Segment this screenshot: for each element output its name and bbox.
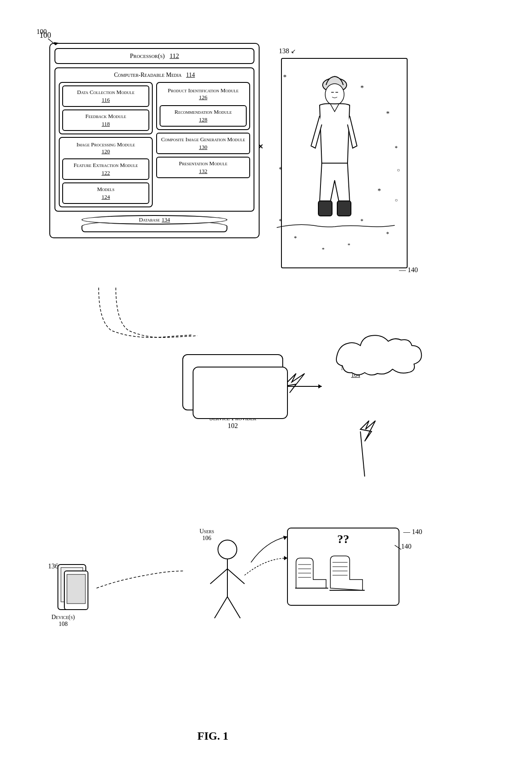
models-module: Models 124 bbox=[62, 182, 149, 204]
database-shape: Database 134 bbox=[82, 215, 227, 233]
svg-line-8 bbox=[210, 569, 227, 584]
system-box: Processor(s) 112 Computer-Readable Media… bbox=[49, 43, 260, 238]
svg-marker-25 bbox=[283, 536, 287, 540]
svg-line-5 bbox=[360, 431, 365, 477]
database-label: Database bbox=[139, 216, 160, 223]
svg-marker-12 bbox=[284, 556, 287, 560]
fig-label: FIG. 1 bbox=[197, 730, 228, 743]
left-group-1: Data Collection Module 116 Feedback Modu… bbox=[59, 82, 153, 134]
crm-title: Computer-Readable Media 114 bbox=[59, 72, 250, 79]
ref-138-label: 138 ↙ bbox=[279, 47, 296, 55]
svg-line-9 bbox=[227, 569, 245, 584]
ref-100-label: 100 bbox=[36, 28, 47, 36]
feature-extraction-module: Feature Extraction Module 122 bbox=[62, 158, 149, 180]
service-provider-label: Service Provider 102 bbox=[182, 414, 283, 430]
image-panel bbox=[281, 58, 408, 268]
composite-image-ref: 130 bbox=[199, 144, 208, 150]
data-collection-module: Data Collection Module 116 bbox=[62, 85, 149, 107]
svg-line-23 bbox=[395, 545, 401, 549]
content-server-label: Content Server(s) 110 bbox=[187, 392, 278, 405]
presentation-module: Presentation Module 132 bbox=[156, 157, 250, 178]
svg-marker-4 bbox=[318, 384, 322, 389]
image-processing-ref: 120 bbox=[102, 148, 110, 155]
crm-ref: 114 bbox=[186, 72, 195, 78]
svg-line-11 bbox=[227, 597, 240, 618]
composite-image-label: Composite Image Generation Module bbox=[160, 136, 247, 143]
database-area: Database 134 bbox=[54, 215, 254, 233]
recommendation-module: Recommendation Module 128 bbox=[160, 105, 247, 127]
svg-rect-13 bbox=[287, 528, 399, 605]
data-collection-label: Data Collection Module bbox=[66, 89, 146, 96]
feedback-label: Feedback Module bbox=[66, 113, 146, 120]
left-group-2: Image Processing Module 120 Feature Extr… bbox=[59, 137, 153, 207]
product-id-label: Product Identification Module bbox=[161, 87, 245, 94]
service-provider-box: Content Server(s) 110 bbox=[182, 354, 283, 410]
models-label: Models bbox=[66, 186, 146, 193]
users-label: Users 106 bbox=[200, 528, 214, 542]
composite-image-module: Composite Image Generation Module 130 bbox=[156, 133, 250, 154]
crm-box: Computer-Readable Media 114 Data Collect… bbox=[54, 67, 254, 212]
svg-text:??: ?? bbox=[337, 532, 349, 546]
svg-point-6 bbox=[218, 540, 237, 559]
data-collection-ref: 116 bbox=[102, 97, 110, 103]
right-group-1: Product Identification Module 126 Recomm… bbox=[156, 82, 250, 130]
recommendation-ref: 128 bbox=[199, 116, 208, 123]
feedback-module: Feedback Module 118 bbox=[62, 109, 149, 131]
product-id-ref: 126 bbox=[199, 94, 208, 100]
ref-140-boots: — 140 bbox=[403, 528, 422, 536]
database-ref: 134 bbox=[162, 216, 170, 223]
svg-rect-74 bbox=[67, 574, 85, 604]
svg-rect-70 bbox=[58, 565, 86, 610]
feature-extraction-ref: 122 bbox=[102, 170, 110, 176]
recommendation-label: Recommendation Module bbox=[163, 109, 243, 115]
svg-rect-71 bbox=[61, 568, 83, 602]
device-label: Device(s) 108 bbox=[51, 614, 75, 628]
svg-line-10 bbox=[215, 597, 227, 618]
crm-label: Computer-Readable Media bbox=[114, 72, 182, 78]
feedback-ref: 118 bbox=[102, 121, 110, 127]
presentation-ref: 132 bbox=[199, 168, 208, 174]
svg-point-72 bbox=[70, 604, 74, 608]
models-ref: 124 bbox=[102, 194, 110, 200]
image-processing-label: Image Processing Module bbox=[62, 141, 149, 148]
svg-rect-73 bbox=[64, 571, 88, 610]
svg-text:140: 140 bbox=[401, 543, 411, 550]
presentation-label: Presentation Module bbox=[160, 160, 247, 167]
product-id-module: Product Identification Module 126 bbox=[160, 85, 247, 103]
ref-140-image: — 140 bbox=[399, 266, 418, 274]
processor-box: Processor(s) 112 bbox=[54, 48, 254, 64]
ref-136-label: 136 bbox=[48, 562, 58, 570]
processor-label: Processor(s) bbox=[130, 52, 165, 59]
feature-extraction-label: Feature Extraction Module bbox=[66, 162, 146, 169]
image-processing-header: Image Processing Module 120 bbox=[62, 140, 149, 156]
processor-ref: 112 bbox=[169, 52, 179, 59]
network-label: Network(s) 104 bbox=[341, 365, 370, 379]
